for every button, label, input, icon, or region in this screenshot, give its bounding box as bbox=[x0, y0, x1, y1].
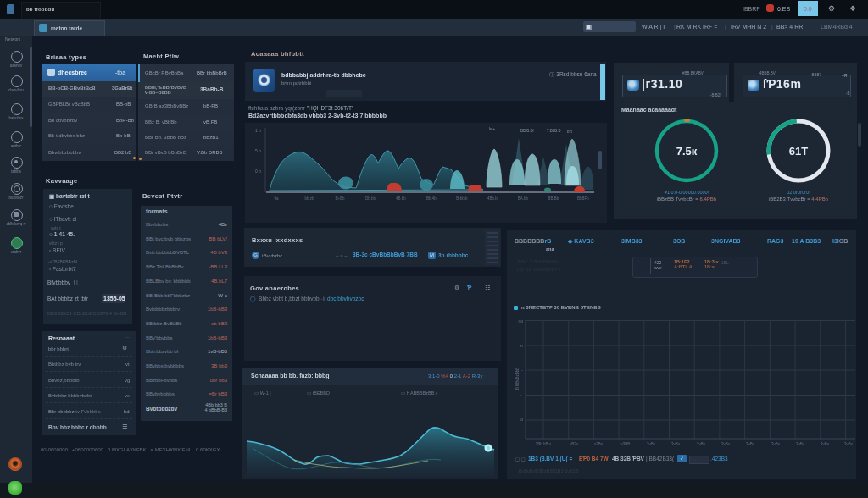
svg-text:3vBv: 3vBv bbox=[796, 442, 805, 446]
svg-text:Bb.4b: Bb.4b bbox=[426, 196, 437, 201]
svg-text:bb.zb: bb.zb bbox=[304, 196, 314, 201]
svg-text:3vBv: 3vBv bbox=[671, 442, 681, 446]
svg-text:3vBv: 3vBv bbox=[844, 442, 854, 446]
svg-text:4Bb.b: 4Bb.b bbox=[487, 196, 498, 201]
svg-text:5 b: 5 b bbox=[255, 148, 261, 153]
svg-text:7.BbB.B: 7.BbB.B bbox=[547, 129, 561, 133]
svg-text:-: - bbox=[520, 392, 521, 397]
svg-text:m: m bbox=[520, 343, 523, 348]
svg-text:bzl: bzl bbox=[567, 130, 572, 134]
svg-text:-: - bbox=[521, 368, 523, 373]
svg-text:BhBFb: BhBFb bbox=[577, 196, 589, 201]
svg-text:v3BB: v3BB bbox=[621, 442, 631, 446]
svg-text:61T: 61T bbox=[789, 145, 808, 158]
svg-text:Bi-Bb: Bi-Bb bbox=[335, 196, 345, 201]
svg-text:B-bb.b: B-bb.b bbox=[456, 196, 468, 201]
svg-text:3vBv: 3vBv bbox=[721, 442, 731, 446]
svg-text:3vBv: 3vBv bbox=[771, 442, 781, 446]
svg-text:3Bb hB.v: 3Bb hB.v bbox=[536, 442, 552, 446]
svg-text:3vBv: 3vBv bbox=[697, 442, 706, 446]
svg-text:1 b: 1 b bbox=[255, 128, 261, 133]
svg-text:Db.bb: Db.bb bbox=[365, 196, 376, 201]
svg-text:3vBv: 3vBv bbox=[746, 442, 755, 446]
svg-text:BA.bb: BA.bb bbox=[518, 196, 529, 201]
svg-text:3vBv: 3vBv bbox=[647, 442, 656, 446]
svg-text:v3Bv: v3Bv bbox=[594, 442, 604, 446]
svg-text:vB3v: vB3v bbox=[570, 442, 579, 446]
svg-text:B BBvBzBbB: B BBvBzBbB bbox=[515, 368, 520, 390]
svg-text:ls +: ls + bbox=[489, 127, 496, 131]
svg-text:BB.B.Bl: BB.B.Bl bbox=[520, 129, 534, 133]
svg-text:3vBv: 3vBv bbox=[821, 442, 830, 446]
svg-text:9a: 9a bbox=[274, 196, 279, 201]
svg-text:o: o bbox=[520, 417, 523, 422]
svg-text:no: no bbox=[518, 318, 523, 324]
svg-text:4B.bb: 4B.bb bbox=[396, 196, 406, 201]
svg-text:7.5к: 7.5к bbox=[676, 145, 698, 158]
svg-text:BB.Bb: BB.Bb bbox=[548, 196, 559, 201]
svg-text:0 b: 0 b bbox=[255, 169, 261, 174]
